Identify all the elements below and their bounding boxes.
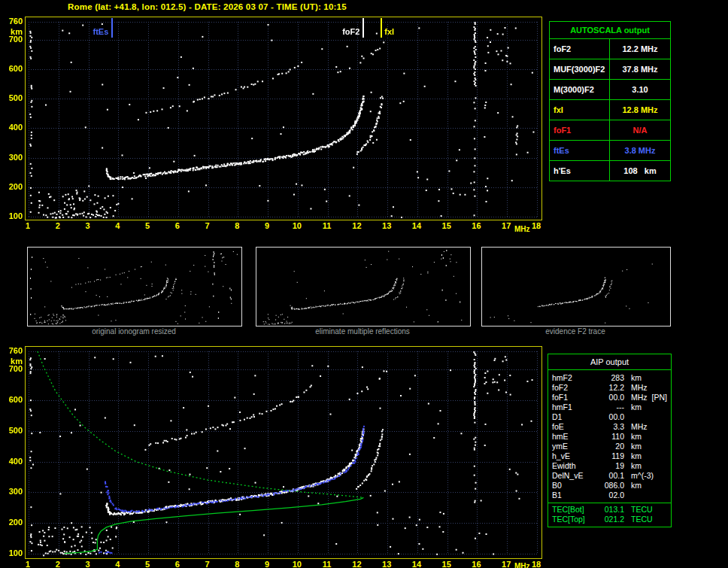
x-axis-tick-label: 2 [49, 560, 67, 568]
autoscala-label-fof2: foF2 [550, 39, 610, 59]
caption-f2-trace: evidence F2 trace [481, 327, 669, 336]
x-axis-tick-label: 18 [527, 560, 545, 568]
aip-value-fof1: 00.0 [597, 393, 624, 402]
y-axis-unit-label: km [2, 27, 23, 36]
aip-label-ewidth: Ewidth [552, 461, 597, 471]
x-axis-tick-label: 6 [168, 560, 187, 568]
x-axis-tick-label: 16 [467, 560, 485, 568]
aip-unit-ewidth: km [631, 461, 642, 471]
autoscala-label-ftes: ftEs [550, 141, 610, 160]
aip-row-tectop: TEC[Top]021.2TECU [548, 515, 671, 524]
aip-row-hmf2: hmF2283km [548, 373, 671, 383]
x-axis-tick-label: 12 [347, 560, 366, 568]
x-axis-tick-label: 17 [497, 560, 515, 568]
x-axis-tick-label: 7 [199, 221, 217, 230]
autoscala-value-fof1: N/A [610, 120, 670, 140]
autoscala-window: Rome (lat: +41.8, lon: 012.5) - DATE: 20… [0, 0, 728, 568]
top-ionogram-panel [25, 17, 542, 220]
aip-label-fof1: foF1 [552, 393, 597, 402]
aip-value-hve: 119 [597, 451, 624, 461]
aip-unit-hmf1: km [631, 402, 642, 412]
autoscala-row-m3000f2: M(3000)F23.10 [550, 80, 670, 100]
y-axis-tick-label: 600 [2, 395, 23, 404]
y-axis-tick-label: 600 [2, 64, 23, 73]
y-axis-tick-label: 100 [2, 548, 23, 557]
aip-row-delnve: DelN_vE00.1m^(-3) [548, 471, 671, 481]
aip-table-title: AIP output [548, 354, 671, 370]
x-axis-tick-label: 15 [438, 560, 456, 568]
aip-value-yme: 20 [597, 442, 624, 451]
autoscala-label-muf3000f2: MUF(3000)F2 [550, 59, 610, 79]
aip-value-b0: 086.0 [597, 481, 624, 491]
autoscala-table-title: AUTOSCALA output [550, 22, 670, 39]
aip-unit-hmf2: km [631, 373, 642, 383]
x-axis-tick-label: 17 [497, 221, 515, 230]
aip-row-fof1: foF100.0MHz[PN] [548, 393, 671, 402]
aip-unit-tectop: TECU [631, 515, 653, 524]
aip-row-hme: hmE110km [548, 432, 671, 442]
y-axis-unit-label: km [2, 357, 23, 366]
thumbnail-multiple-reflections-canvas [256, 248, 470, 326]
aip-row-ewidth: Ewidth19km [548, 461, 671, 471]
autoscala-row-fof2: foF212.2 MHz [550, 39, 670, 59]
aip-unit-b0: km [631, 481, 642, 491]
autoscala-row-hes: h'Es108 km [550, 161, 670, 181]
x-axis-tick-label: 5 [138, 221, 156, 230]
aip-value-hmf1: --- [597, 402, 624, 412]
x-axis-tick-label: 10 [288, 560, 306, 568]
x-axis-unit-label: MHz [514, 225, 530, 233]
aip-row-fof2: foF212.2MHz [548, 383, 671, 393]
y-axis-tick-label: 700 [2, 364, 23, 373]
y-axis-tick-label: 400 [2, 457, 23, 466]
autoscala-value-m3000f2: 3.10 [610, 80, 670, 99]
aip-label-tectop: TEC[Top] [552, 515, 597, 524]
aip-row-d1: D100.0 [548, 412, 671, 422]
aip-row-hve: h_vE119km [548, 451, 671, 461]
aip-row-foe: foE3.3MHz [548, 422, 671, 432]
thumbnail-original-canvas [28, 248, 241, 326]
thumbnail-multiple-reflections [256, 247, 471, 327]
aip-row-yme: ymE20km [548, 442, 671, 451]
aip-value-d1: 00.0 [597, 412, 624, 422]
x-axis-tick-label: 15 [438, 221, 456, 230]
x-axis-tick-label: 1 [19, 560, 37, 568]
autoscala-label-fxi: fxI [550, 100, 610, 120]
aip-table-rows: hmF2283kmfoF212.2MHzfoF100.0MHz[PN]hmF1-… [548, 373, 671, 500]
aip-label-yme: ymE [552, 442, 597, 451]
y-axis-tick-label: 500 [2, 93, 23, 102]
x-axis-tick-label: 11 [318, 560, 336, 568]
aip-unit-yme: km [631, 442, 642, 451]
x-axis-tick-label: 11 [318, 221, 336, 230]
aip-tec-section: TEC[Bot]013.1TECUTEC[Top]021.2TECU [548, 503, 671, 524]
x-axis-tick-label: 3 [79, 560, 97, 568]
aip-output-table: AIP output hmF2283kmfoF212.2MHzfoF100.0M… [548, 354, 672, 527]
aip-value-hme: 110 [597, 432, 624, 442]
bottom-ionogram-canvas [26, 347, 541, 558]
aip-value-fof2: 12.2 [597, 383, 624, 393]
x-axis-tick-label: 6 [168, 221, 187, 230]
thumbnail-f2-trace [481, 247, 671, 327]
x-axis-tick-label: 8 [228, 221, 246, 230]
aip-value-b1: 02.0 [597, 491, 624, 500]
aip-value-hmf2: 283 [597, 373, 624, 383]
aip-label-hve: h_vE [552, 451, 597, 461]
y-axis-tick-label: 500 [2, 426, 23, 435]
y-axis-tick-label: 400 [2, 123, 23, 132]
aip-label-tecbot: TEC[Bot] [552, 505, 597, 515]
x-axis-tick-label: 4 [108, 560, 126, 568]
x-axis-tick-label: 14 [408, 560, 426, 568]
x-axis-tick-label: 2 [49, 221, 67, 230]
x-axis-tick-label: 12 [347, 221, 366, 230]
aip-label-foe: foE [552, 422, 597, 432]
x-axis-tick-label: 5 [138, 560, 156, 568]
y-axis-tick-label: 300 [2, 153, 23, 162]
autoscala-value-fof2: 12.2 MHz [610, 39, 670, 59]
x-axis-tick-label: 1 [19, 221, 37, 230]
aip-row-tecbot: TEC[Bot]013.1TECU [548, 505, 671, 515]
x-axis-tick-label: 10 [288, 221, 306, 230]
x-axis-tick-label: 16 [467, 221, 485, 230]
caption-original-ionogram: original ionogram resized [27, 327, 241, 336]
autoscala-row-ftes: ftEs3.8 MHz [550, 141, 670, 161]
thumbnail-original-ionogram [27, 247, 242, 327]
aip-value-tectop: 021.2 [597, 515, 624, 524]
